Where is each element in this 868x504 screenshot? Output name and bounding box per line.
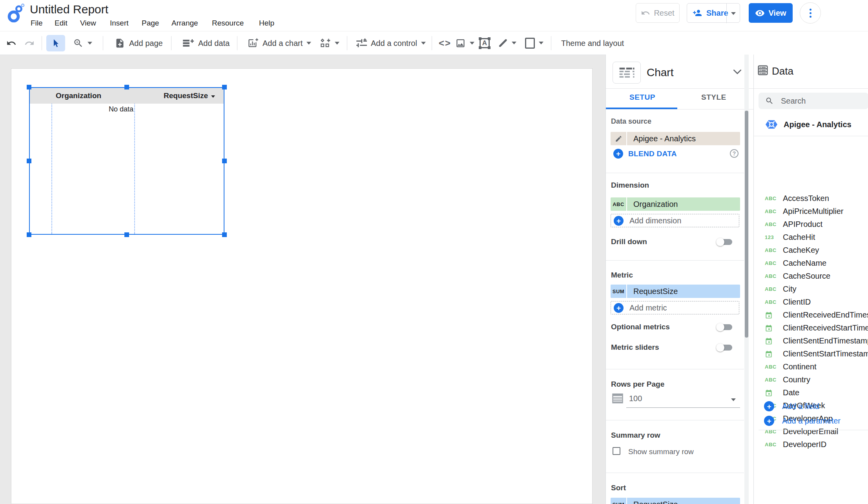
selection-handle-e[interactable] xyxy=(222,159,227,163)
text-field-type-icon: ABC xyxy=(765,364,778,370)
metric-label: Metric xyxy=(611,271,633,279)
sort-value: RequestSize xyxy=(627,498,740,504)
field-row[interactable]: ABCCacheKey xyxy=(754,244,868,257)
view-button[interactable]: View xyxy=(749,3,793,23)
menu-view[interactable]: View xyxy=(80,19,96,27)
undo-icon[interactable] xyxy=(6,38,16,48)
field-row[interactable]: ABCAPIProduct xyxy=(754,218,868,231)
selection-handle-se[interactable] xyxy=(222,232,227,237)
reset-button[interactable]: Reset xyxy=(636,3,680,23)
insert-image-button[interactable] xyxy=(455,38,474,48)
add-a-parameter-button[interactable]: + Add a parameter xyxy=(764,416,841,426)
field-row[interactable]: ABCAccessToken xyxy=(754,192,868,205)
embed-url-button[interactable]: <> xyxy=(439,38,451,49)
selection-handle-w[interactable] xyxy=(27,159,31,163)
selection-handle-n[interactable] xyxy=(124,85,129,89)
field-row[interactable]: ABCCacheName xyxy=(754,257,868,270)
insert-text-button[interactable]: A xyxy=(480,38,490,48)
dimension-chip[interactable]: ABC Organization xyxy=(611,197,740,211)
table-header-metric[interactable]: RequestSize xyxy=(164,91,215,100)
data-source-chip[interactable]: Apigee - Analytics xyxy=(611,132,740,145)
add-a-field-button[interactable]: + Add a field xyxy=(764,401,819,411)
optional-metrics-toggle[interactable] xyxy=(717,324,732,330)
select-tool-button[interactable] xyxy=(46,35,65,51)
field-row[interactable]: ClientReceivedEndTimestamp xyxy=(754,309,868,321)
selection-handle-nw[interactable] xyxy=(27,85,31,89)
field-name: ApiPriceMultiplier xyxy=(783,207,844,216)
field-row[interactable]: ABCCountry xyxy=(754,373,868,386)
table-header-dimension[interactable]: Organization xyxy=(56,91,101,100)
share-dropdown-caret-icon[interactable] xyxy=(731,12,736,15)
add-metric-button[interactable]: + Add metric xyxy=(611,301,739,314)
data-source-item[interactable]: Apigee - Analytics xyxy=(765,119,852,130)
insert-line-button[interactable] xyxy=(498,38,516,48)
selection-handle-s[interactable] xyxy=(124,232,129,237)
field-row[interactable]: ClientSentStartTimestamp xyxy=(754,347,868,360)
menu-arrange[interactable]: Arrange xyxy=(171,19,198,27)
data-panel-icon xyxy=(757,64,769,76)
blend-help-icon[interactable]: ? xyxy=(730,149,739,158)
menu-file[interactable]: File xyxy=(31,19,43,27)
add-control-button[interactable]: Add a control xyxy=(356,38,426,48)
add-dimension-button[interactable]: + Add dimension xyxy=(611,214,739,227)
search-input[interactable] xyxy=(780,96,856,106)
share-button[interactable]: Share xyxy=(687,3,740,23)
rows-per-page-select[interactable]: 100 xyxy=(612,393,642,404)
field-row[interactable]: ABCClientID xyxy=(754,296,868,309)
looker-studio-logo-icon[interactable] xyxy=(7,4,25,22)
menu-page[interactable]: Page xyxy=(142,19,159,27)
number-field-type-icon: 123 xyxy=(765,234,778,240)
add-chart-button[interactable]: Add a chart xyxy=(247,38,311,48)
tab-setup[interactable]: SETUP xyxy=(629,93,655,102)
menu-edit[interactable]: Edit xyxy=(55,19,67,27)
community-visualizations-button[interactable] xyxy=(319,38,339,48)
optional-metrics-label: Optional metrics xyxy=(611,323,670,331)
table-chart[interactable]: Organization RequestSize No data xyxy=(29,87,224,235)
menu-insert[interactable]: Insert xyxy=(110,19,129,27)
field-row[interactable]: Date xyxy=(754,386,868,399)
community-viz-icon xyxy=(319,38,331,48)
panel-scrollbar-thumb[interactable] xyxy=(745,111,748,338)
more-options-button[interactable] xyxy=(800,2,821,24)
field-row[interactable]: ClientReceivedStartTimestamp xyxy=(754,321,868,334)
blend-data-button[interactable]: + BLEND DATA xyxy=(613,149,677,159)
edit-data-source-button[interactable] xyxy=(611,132,627,145)
show-summary-row-label: Show summary row xyxy=(628,447,694,456)
field-search[interactable] xyxy=(759,93,868,109)
drill-down-toggle[interactable] xyxy=(717,239,732,245)
field-row[interactable]: 123CacheHit xyxy=(754,231,868,244)
chevron-down-icon[interactable] xyxy=(733,69,742,75)
report-title[interactable]: Untitled Report xyxy=(30,2,108,17)
text-field-type-icon: ABC xyxy=(765,286,778,292)
field-row[interactable]: ABCCity xyxy=(754,283,868,296)
metric-chip[interactable]: SUM RequestSize xyxy=(611,285,740,298)
show-summary-row-checkbox[interactable] xyxy=(613,447,620,455)
chart-type-selector[interactable] xyxy=(613,62,641,84)
add-data-button[interactable]: Add data xyxy=(182,38,230,48)
field-row[interactable]: ABCApiPriceMultiplier xyxy=(754,205,868,218)
metric-sliders-toggle[interactable] xyxy=(717,345,732,351)
plus-icon: + xyxy=(764,401,774,411)
field-row[interactable]: ABCCacheSource xyxy=(754,270,868,283)
table-rows-icon xyxy=(612,393,624,404)
tab-style[interactable]: STYLE xyxy=(701,93,726,102)
rows-per-page-caret-icon xyxy=(731,398,736,401)
field-row[interactable]: ABCDeveloperEmail xyxy=(754,425,868,438)
apigee-logo-icon xyxy=(765,119,778,130)
insert-shape-button[interactable] xyxy=(525,38,543,49)
menu-resource[interactable]: Resource xyxy=(212,19,244,27)
selection-handle-sw[interactable] xyxy=(27,232,31,237)
field-row[interactable]: ClientSentEndTimestamp xyxy=(754,334,868,347)
menu-help[interactable]: Help xyxy=(259,19,274,27)
redo-icon[interactable] xyxy=(24,38,35,48)
field-row[interactable]: ABCDeveloperID xyxy=(754,438,868,451)
theme-and-layout-button[interactable]: Theme and layout xyxy=(561,38,624,47)
add-page-button[interactable]: Add page xyxy=(115,38,163,48)
field-name: DeveloperEmail xyxy=(783,427,838,436)
zoom-tool-button[interactable] xyxy=(73,38,92,48)
selection-handle-ne[interactable] xyxy=(222,85,227,89)
text-box-icon: A xyxy=(480,38,490,48)
sort-aggregation-badge: SUM xyxy=(611,498,627,504)
sort-chip[interactable]: SUM RequestSize xyxy=(611,498,740,504)
field-row[interactable]: ABCContinent xyxy=(754,360,868,373)
